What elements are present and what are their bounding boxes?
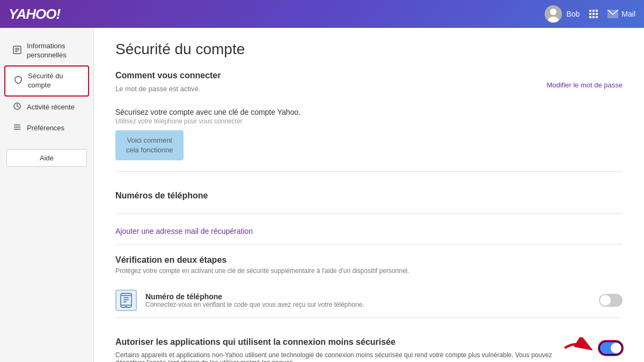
how-to-connect-title: Comment vous connecter [115, 71, 221, 80]
sidebar-personal-info-label: Informationspersonnelles [27, 42, 67, 60]
header: YAHOO! Bob [0, 0, 644, 28]
svg-rect-28 [123, 297, 129, 298]
username-label: Bob [566, 10, 580, 18]
sidebar-item-preferences[interactable]: Préférences [4, 117, 89, 138]
phone-two-step-title: Numéro de téléphone [145, 292, 590, 301]
yahoo-logo: YAHOO! [9, 6, 60, 23]
header-right: Bob Mail [545, 5, 635, 23]
svg-rect-8 [596, 13, 598, 15]
phone-two-step-toggle[interactable] [599, 294, 623, 307]
sidebar-item-personal-info[interactable]: Informationspersonnelles [4, 36, 89, 65]
phone-icon-box [115, 290, 137, 311]
page-title: Sécurité du compte [115, 41, 623, 58]
svg-rect-11 [596, 16, 598, 18]
two-step-section: Vérification en deux étapes Protégez vot… [115, 255, 623, 318]
password-status: Le mot de passe est activé. [115, 85, 221, 93]
mail-link[interactable]: Mail [608, 10, 635, 18]
person-icon [13, 46, 21, 56]
less-secure-toggle-container [562, 337, 623, 359]
sidebar-account-security-label: Sécurité ducompte [28, 72, 63, 90]
sidebar-recent-activity-label: Activité récente [27, 103, 75, 111]
less-secure-toggle[interactable] [599, 341, 623, 355]
change-password-link[interactable]: Modifier le mot de passe [546, 81, 623, 89]
svg-rect-7 [592, 13, 595, 15]
apps-grid-button[interactable] [588, 9, 599, 19]
sidebar-item-account-security[interactable]: Sécurité ducompte [4, 65, 89, 97]
list-icon [13, 123, 21, 133]
svg-rect-4 [592, 10, 595, 12]
less-secure-content: Autoriser les applications qui utilisent… [115, 337, 562, 362]
svg-rect-10 [592, 16, 595, 18]
less-secure-desc: Certains appareils et applications non-Y… [115, 351, 562, 362]
how-to-connect-left: Comment vous connecter Le mot de passe e… [115, 71, 221, 99]
yahoo-key-section: Sécurisez votre compte avec une clé de c… [115, 108, 623, 160]
sidebar: Informationspersonnelles Sécurité ducomp… [0, 28, 94, 362]
phone-two-step-info: Numéro de téléphone Connectez-vous en vé… [145, 292, 590, 308]
main-content: Sécurité du compte Comment vous connecte… [94, 28, 644, 362]
yahoo-key-title: Sécurisez votre compte avec une clé de c… [115, 108, 623, 116]
avatar [545, 5, 562, 23]
phone-two-step-item: Numéro de téléphone Connectez-vous en vé… [115, 283, 623, 318]
yahoo-key-button[interactable]: Voici commentcela fonctionne [115, 130, 184, 160]
svg-rect-9 [589, 16, 591, 18]
svg-rect-29 [123, 299, 129, 300]
mail-label: Mail [621, 10, 635, 18]
less-secure-section: Autoriser les applications qui utilisent… [115, 329, 623, 362]
sidebar-help: Aide [6, 149, 87, 167]
sidebar-preferences-label: Préférences [27, 124, 64, 132]
two-step-title: Vérification en deux étapes [115, 255, 623, 265]
how-to-connect-header: Comment vous connecter Le mot de passe e… [115, 71, 623, 99]
sidebar-item-recent-activity[interactable]: Activité récente [4, 97, 89, 117]
how-to-connect-section: Comment vous connecter Le mot de passe e… [115, 71, 623, 172]
less-secure-title: Autoriser les applications qui utilisent… [115, 337, 562, 347]
svg-point-27 [126, 306, 127, 307]
less-secure-row: Autoriser les applications qui utilisent… [115, 337, 623, 362]
clock-icon [13, 102, 21, 112]
red-arrow-annotation [562, 337, 595, 359]
yahoo-key-sub: Utilisez votre téléphone pour vous conne… [115, 117, 623, 125]
phone-numbers-title: Numéros de téléphone [115, 191, 623, 201]
help-button[interactable]: Aide [6, 149, 87, 167]
user-menu[interactable]: Bob [545, 5, 580, 23]
svg-rect-3 [589, 10, 591, 12]
svg-rect-6 [589, 13, 591, 15]
recovery-email-link[interactable]: Ajouter une adresse mail de récupération [115, 225, 623, 245]
svg-rect-5 [596, 10, 598, 12]
phone-numbers-section: Numéros de téléphone [115, 182, 623, 214]
two-step-desc: Protégez votre compte en activant une cl… [115, 267, 623, 275]
phone-two-step-desc: Connectez-vous en vérifiant le code que … [145, 301, 590, 308]
page-layout: Informationspersonnelles Sécurité ducomp… [0, 28, 644, 362]
svg-rect-30 [123, 301, 127, 302]
shield-icon [14, 76, 23, 86]
svg-point-1 [550, 9, 557, 15]
